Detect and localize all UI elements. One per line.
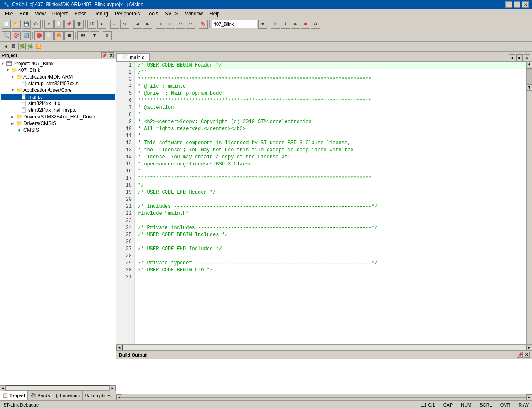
menu-edit[interactable]: Edit [16, 10, 32, 17]
code-line-30[interactable]: /* USER CODE BEGIN PTD */ [135, 266, 526, 273]
outdent-button[interactable]: ⇤ [166, 20, 175, 29]
tree-item-407blink[interactable]: ▼ 📁 407_Blink [1, 67, 115, 74]
code-line-23[interactable] [135, 217, 526, 224]
bottom-hscroll-track[interactable] [122, 397, 526, 398]
tb3-btn3[interactable]: 🌿 [18, 43, 26, 50]
menu-window[interactable]: Window [182, 10, 206, 17]
tree-item-cmsis[interactable]: ▶ ♦ CMSIS [1, 127, 115, 133]
code-line-1[interactable]: /* USER CODE BEGIN Header */ [135, 62, 526, 69]
open-file-button[interactable]: 📂 [12, 20, 21, 29]
tab-functions[interactable]: {} Functions [53, 391, 83, 400]
vscroll-track[interactable] [527, 68, 532, 85]
comment-button[interactable]: // [176, 20, 185, 29]
panel-close-button[interactable]: ✕ [108, 52, 114, 58]
menu-project[interactable]: Project [49, 10, 71, 17]
panel-pin-button[interactable]: 📌 [101, 52, 107, 58]
vscroll-thumb[interactable] [527, 68, 532, 85]
code-line-29[interactable]: /* Private typedef ---------------------… [135, 259, 526, 266]
delete-button[interactable]: 🗑 [74, 20, 84, 29]
close-button[interactable]: ✕ [522, 1, 529, 8]
bottom-hscroll-right[interactable]: ▶ [526, 394, 532, 400]
code-line-8[interactable]: * [135, 111, 526, 118]
code-line-21[interactable]: /* Includes ----------------------------… [135, 203, 526, 210]
start-debug-button[interactable]: ▶ [291, 20, 300, 29]
options-button[interactable]: ⚙ [311, 20, 320, 29]
editor-vertical-scrollbar[interactable]: ▲ ▼ [526, 62, 532, 344]
copy-button[interactable]: 📋 [54, 20, 64, 29]
menu-view[interactable]: View [32, 10, 49, 17]
proj-scroll-left[interactable]: ◀ [0, 385, 6, 391]
tb2-btn9[interactable]: ▼ [90, 31, 99, 40]
bookmark-button[interactable]: 🔖 [199, 20, 208, 29]
menu-svcs[interactable]: SVCS [162, 10, 182, 17]
menu-file[interactable]: File [2, 10, 16, 17]
save-all-button[interactable]: 🗂 [32, 20, 41, 29]
tree-item-stm32-it[interactable]: ▶ stm32f4xx_it.c [1, 100, 115, 107]
build-close-button[interactable]: ✕ [524, 352, 530, 358]
maximize-button[interactable]: □ [514, 1, 520, 8]
code-content[interactable]: /* USER CODE BEGIN Header *//** ********… [135, 62, 526, 344]
target-dropdown[interactable] [212, 20, 257, 28]
tb2-btn5[interactable]: ⚪ [44, 31, 54, 40]
code-line-10[interactable]: * All rights reserved.</center></h2> [135, 125, 526, 132]
tb2-btn3[interactable]: 🔠 [22, 31, 31, 40]
menu-debug[interactable]: Debug [90, 10, 111, 17]
tree-item-stm32-hal[interactable]: ▶ stm32f4xx_hal_msp.c [1, 107, 115, 113]
nav-fwd-button[interactable]: ▶ [143, 20, 152, 29]
code-line-25[interactable]: /* USER CODE BEGIN Includes */ [135, 231, 526, 238]
tb2-btn6[interactable]: 🔥 [54, 31, 64, 40]
code-line-16[interactable]: * [135, 168, 526, 175]
code-line-6[interactable]: ****************************************… [135, 97, 526, 104]
tab-books[interactable]: 📚 Books [28, 391, 53, 400]
hscroll-right-button[interactable]: ▶ [526, 345, 532, 350]
stop-debug-button[interactable]: ■ [301, 20, 310, 29]
search-button[interactable]: 🔍 [2, 31, 11, 40]
code-line-18[interactable]: */ [135, 182, 526, 189]
code-line-19[interactable]: /* USER CODE END Header */ [135, 189, 526, 196]
proj-scroll-right[interactable]: ▶ [110, 385, 116, 391]
tb3-btn4[interactable]: 🌿 [27, 43, 34, 50]
code-line-13[interactable]: * the "License"; You may not use this fi… [135, 146, 526, 153]
download-button[interactable]: ⬇ [281, 20, 290, 29]
editor-close-button[interactable]: ✕ [524, 54, 530, 61]
paste-button[interactable]: 📌 [64, 20, 74, 29]
code-line-15[interactable]: * opensource.org/licenses/BSD-3-Clause [135, 160, 526, 168]
tree-item-drivers-cmsis[interactable]: ▶ 📁 Drivers/CMSIS [1, 120, 115, 127]
code-line-14[interactable]: * License. You may obtain a copy of the … [135, 153, 526, 160]
proj-scroll-track[interactable] [6, 385, 110, 391]
tree-item-app-mdk[interactable]: ▼ 📁 Application/MDK-ARM [1, 74, 115, 80]
hscroll-left-button[interactable]: ◀ [116, 345, 122, 350]
code-line-4[interactable]: * @file : main.c [135, 83, 526, 90]
code-line-22[interactable]: #include "main.h" [135, 210, 526, 217]
nav-back-button[interactable]: ◀ [133, 20, 142, 29]
tb3-btn5[interactable]: 🔀 [35, 43, 42, 50]
redo-button[interactable]: ↪ [120, 20, 129, 29]
menu-flash[interactable]: Flash [71, 10, 90, 17]
code-line-20[interactable] [135, 196, 526, 203]
minimize-button[interactable]: ─ [505, 1, 512, 8]
menu-peripherals[interactable]: Peripherals [111, 10, 143, 17]
code-line-28[interactable] [135, 252, 526, 259]
tree-item-app-user[interactable]: ▼ 📁 Application/User/Core [1, 87, 115, 94]
save-button[interactable]: 💾 [22, 20, 31, 29]
target-dropdown-arrow[interactable]: ▼ [258, 20, 267, 29]
hscroll-track[interactable] [122, 345, 526, 350]
editor-scroll-right-button[interactable]: ▶ [516, 54, 523, 61]
editor-tab-main-c[interactable]: 📄 main.c [116, 53, 150, 61]
code-line-12[interactable]: * This software component is licensed by… [135, 139, 526, 146]
cut-button[interactable]: ✂ [44, 20, 54, 29]
indent-button[interactable]: ⇥ [156, 20, 165, 29]
new-file-button[interactable]: 📄 [2, 20, 11, 29]
tb3-btn2[interactable]: 🖹 [10, 43, 17, 50]
tree-item-drivers-hal[interactable]: ▶ 📁 Drivers/STM32F4xx_HAL_Driver [1, 113, 115, 120]
load-button[interactable]: LD [87, 20, 96, 29]
vscroll-up-button[interactable]: ▲ [527, 62, 532, 67]
tb-btn-extra[interactable]: ▶ [97, 20, 106, 29]
uncomment-button[interactable]: // [186, 20, 195, 29]
tree-item-main-c[interactable]: ▶ main.c [1, 94, 115, 100]
bottom-horizontal-scrollbar[interactable]: ◀ ▶ [116, 394, 532, 400]
editor-horizontal-scrollbar[interactable]: ◀ ▶ [116, 344, 532, 350]
code-line-26[interactable] [135, 238, 526, 245]
code-line-11[interactable]: * [135, 132, 526, 139]
menu-help[interactable]: Help [206, 10, 223, 17]
